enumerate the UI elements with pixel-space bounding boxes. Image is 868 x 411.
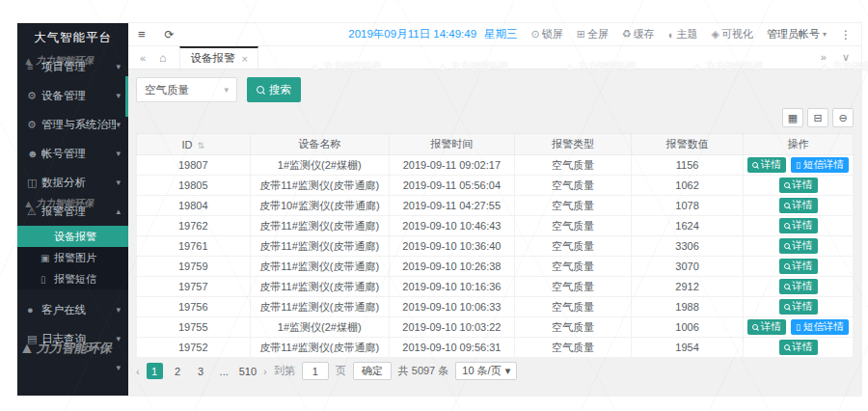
topbar-tool-button[interactable]: ⊙ 锁屏 bbox=[531, 27, 563, 41]
per-page-select[interactable]: 10 条/页 ▾ bbox=[455, 362, 517, 380]
detail-button[interactable]: 详情 bbox=[779, 178, 818, 193]
cell-alarm-type: 空气质量 bbox=[514, 176, 631, 196]
close-icon[interactable]: × bbox=[241, 53, 247, 65]
goto-confirm-button[interactable]: 确定 bbox=[353, 362, 392, 380]
alarm-table: ID ⇅ 设备名称 报警时间 bbox=[136, 133, 854, 358]
column-label: 报警数值 bbox=[666, 138, 709, 150]
detail-button[interactable]: 详情 bbox=[747, 319, 786, 335]
sidebar-menu-item[interactable]: ≡ 项目管理 ▾ bbox=[17, 52, 128, 81]
operations-group: 详情 bbox=[747, 259, 849, 274]
magnifier-icon bbox=[784, 284, 790, 289]
page-number[interactable]: 2 bbox=[170, 363, 186, 379]
sidebar-menu-item[interactable]: ⚠ 报警管理 ▴ bbox=[17, 197, 128, 226]
prev-page-icon[interactable]: ‹ bbox=[136, 366, 140, 377]
tabs-menu-chevron-icon[interactable]: ∨ bbox=[842, 51, 850, 64]
menu-item-icon: ◫ bbox=[27, 177, 41, 189]
detail-button-label: 详情 bbox=[761, 320, 781, 334]
tool-label: 可视化 bbox=[721, 27, 753, 41]
tool-label: 全屏 bbox=[587, 27, 609, 41]
sort-icon[interactable]: ⇅ bbox=[198, 141, 205, 151]
cell-alarm-value: 1062 bbox=[632, 176, 744, 196]
table-header-cell: 报警类型 bbox=[514, 134, 631, 155]
cell-alarm-type: 空气质量 bbox=[514, 236, 631, 257]
table-tool-button[interactable]: ⊟ bbox=[807, 108, 828, 127]
sms-detail-button[interactable]: ▯ 短信详情 bbox=[791, 157, 849, 173]
detail-button[interactable]: 详情 bbox=[779, 340, 818, 355]
home-icon[interactable]: ⌂ bbox=[159, 51, 166, 65]
sidebar-menu-item[interactable]: ⚙ 设备管理 ▾ bbox=[17, 81, 128, 110]
sidebar: 大气智能平台 ≡ 项目管理 ▾ ⚙ 设备管理 ▾ bbox=[17, 23, 128, 396]
app-title: 大气智能平台 bbox=[17, 23, 128, 52]
cell-alarm-value: 1006 bbox=[632, 317, 744, 338]
cell-operations: 详情 bbox=[744, 216, 854, 236]
sidebar-menu-item[interactable]: ☻ 帐号管理 ▾ bbox=[17, 139, 128, 168]
page-number[interactable]: 1 bbox=[147, 363, 163, 379]
next-page-icon[interactable]: › bbox=[263, 366, 267, 377]
alarm-type-select[interactable]: 空气质量 ▾ bbox=[136, 77, 237, 102]
topbar-tool-button[interactable]: ◈ 可视化 bbox=[712, 27, 753, 41]
detail-button[interactable]: 详情 bbox=[779, 259, 818, 274]
topbar-tool-button[interactable]: ⊞ 全屏 bbox=[577, 27, 609, 41]
tab-device-alarm[interactable]: 设备报警 × bbox=[179, 46, 258, 68]
sidebar-menu-item[interactable]: ▤ 日志查询 ▾ bbox=[17, 324, 128, 353]
table-tool-button[interactable]: ⊖ bbox=[832, 108, 854, 127]
more-menu-icon[interactable]: ⋮ bbox=[840, 28, 852, 41]
collapse-sidebar-icon[interactable]: ≡ bbox=[138, 27, 146, 41]
sidebar-submenu-item[interactable]: 设备报警 bbox=[17, 226, 128, 247]
sidebar-submenu-alarm: 设备报警 ▣ 报警图片 ▯ 报警短信 bbox=[17, 226, 128, 289]
tabs-scroll-right-icon[interactable]: » bbox=[821, 51, 827, 64]
cell-id: 19757 bbox=[137, 277, 251, 297]
pagination: ‹ 1 2 3 ... 510 › bbox=[136, 362, 854, 380]
page-numbers: 1 2 3 ... 510 bbox=[147, 363, 257, 379]
search-button[interactable]: 搜索 bbox=[247, 77, 301, 102]
sidebar-menu-item[interactable]: ● 客户在线 ▾ bbox=[17, 295, 128, 324]
operations-group: 详情 bbox=[747, 218, 849, 233]
detail-button-label: 详情 bbox=[793, 341, 813, 354]
cell-id: 19762 bbox=[137, 216, 251, 236]
sidebar-menu-item[interactable]: ▾ bbox=[17, 353, 128, 382]
detail-button[interactable]: 详情 bbox=[779, 299, 818, 315]
topbar-tool-button[interactable]: ◐ 主题 bbox=[668, 27, 698, 41]
sms-detail-button[interactable]: ▯ 短信详情 bbox=[791, 319, 849, 335]
table-row: 19805 皮带11#监测仪(皮带通廊) 2019-09-11 05:56:04… bbox=[137, 176, 854, 196]
table-tool-button[interactable]: ▦ bbox=[782, 108, 803, 127]
magnifier-icon bbox=[752, 324, 758, 330]
chevron-icon: ▴ bbox=[116, 206, 121, 216]
operations-group: 详情 ▯ 短信详情 bbox=[747, 319, 849, 335]
tabs-scroll-left-icon[interactable]: « bbox=[140, 52, 146, 64]
sidebar-menu-item[interactable]: ⚙ 管理与系统治理 ▾ bbox=[17, 110, 128, 139]
menu-item-label: 客户在线 bbox=[41, 303, 116, 317]
chevron-down-icon: ▾ bbox=[505, 365, 511, 377]
cell-alarm-time: 2019-09-10 10:46:43 bbox=[389, 216, 514, 236]
goto-page-input[interactable] bbox=[302, 362, 329, 380]
tool-icon: ◐ bbox=[668, 29, 675, 41]
sidebar-submenu-item[interactable]: ▣ 报警图片 bbox=[17, 247, 128, 268]
detail-button[interactable]: 详情 bbox=[779, 218, 818, 233]
cell-device-name: 1#监测仪(2#煤棚) bbox=[250, 155, 389, 176]
cell-operations: 详情 bbox=[744, 176, 854, 196]
sidebar-submenu-item[interactable]: ▯ 报警短信 bbox=[17, 268, 128, 289]
sidebar-menu-item[interactable]: ◫ 数据分析 ▾ bbox=[17, 168, 128, 197]
cell-alarm-type: 空气质量 bbox=[514, 317, 631, 338]
detail-button[interactable]: 详情 bbox=[779, 279, 818, 294]
page-number[interactable]: 3 bbox=[193, 363, 209, 379]
detail-button[interactable]: 详情 bbox=[779, 238, 818, 254]
page-number[interactable]: ... bbox=[216, 363, 232, 379]
detail-button[interactable]: 详情 bbox=[779, 198, 818, 213]
cell-alarm-time: 2019-09-11 05:56:04 bbox=[389, 176, 514, 196]
detail-button[interactable]: 详情 bbox=[747, 157, 786, 173]
topbar-tool-button[interactable]: ♻ 缓存 bbox=[622, 27, 655, 41]
cell-alarm-type: 空气质量 bbox=[514, 196, 631, 216]
column-label: 报警时间 bbox=[430, 138, 473, 150]
table-row: 19756 皮带11#监测仪(皮带通廊) 2019-09-10 10:06:33… bbox=[137, 297, 854, 317]
cell-device-name: 皮带11#监测仪(皮带通廊) bbox=[250, 277, 389, 297]
page-number[interactable]: 510 bbox=[239, 363, 257, 379]
cell-device-name: 皮带11#监测仪(皮带通廊) bbox=[250, 236, 389, 257]
table-row: 19762 皮带11#监测仪(皮带通廊) 2019-09-10 10:46:43… bbox=[137, 216, 854, 236]
refresh-icon[interactable]: ⟳ bbox=[165, 28, 175, 41]
search-row: 空气质量 ▾ 搜索 bbox=[136, 77, 854, 102]
current-weekday: 星期三 bbox=[484, 27, 518, 41]
operations-group: 详情 bbox=[747, 178, 849, 193]
account-dropdown[interactable]: 管理员帐号 ▾ bbox=[767, 27, 827, 41]
chevron-icon: ▾ bbox=[116, 91, 121, 100]
